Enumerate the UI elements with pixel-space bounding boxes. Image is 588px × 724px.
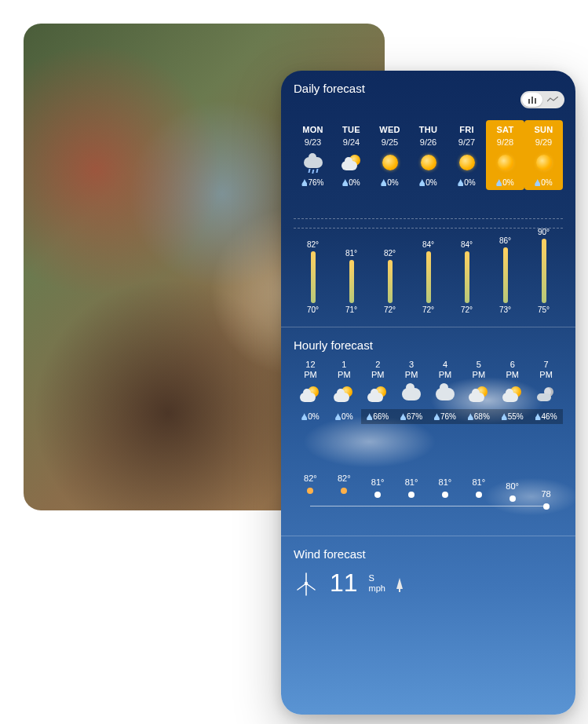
temp-bar-column: 81°71°: [332, 204, 371, 314]
sun-icon: [498, 155, 513, 170]
day-low-temp: 71°: [345, 305, 357, 314]
day-condition-icon-slot: [447, 152, 486, 174]
temp-range-bar: [465, 251, 469, 303]
day-column[interactable]: SAT9/280%: [486, 120, 524, 190]
hour-label: 12PM: [294, 360, 327, 379]
day-date: 9/25: [371, 137, 409, 147]
hour-label: 2PM: [361, 360, 395, 379]
day-column[interactable]: THU9/260%: [409, 120, 447, 190]
night-partly-icon: [537, 387, 556, 401]
hour-condition-icon-slot: [294, 384, 327, 404]
sun-icon: [459, 155, 475, 170]
drop-icon: [434, 413, 440, 420]
sun-icon: [421, 155, 436, 170]
hour-temp-dot: [543, 503, 550, 510]
day-column[interactable]: WED9/250%: [371, 120, 409, 190]
hour-column[interactable]: 2PM: [361, 360, 395, 404]
cloudy-icon: [436, 388, 455, 400]
temp-bar-column: 90°75°: [524, 204, 563, 314]
day-condition-icon-slot: [332, 152, 371, 174]
day-of-week: SUN: [524, 125, 563, 134]
temp-range-bar: [311, 251, 316, 303]
hour-temp-dot: [408, 492, 415, 498]
wind-turbine-icon: [294, 571, 319, 596]
hour-temp-dot: [476, 492, 482, 498]
hour-temp-value: 82°: [338, 474, 351, 483]
day-date: 9/28: [486, 137, 524, 147]
temp-range-bar: [542, 239, 546, 304]
daily-view-toggle[interactable]: [520, 91, 564, 108]
day-column[interactable]: MON9/2376%: [294, 120, 332, 190]
day-condition-icon-slot: [524, 152, 563, 174]
drop-icon: [367, 413, 372, 420]
day-column[interactable]: SUN9/290%: [524, 120, 563, 190]
hour-temp-value: 81°: [371, 477, 385, 487]
day-low-temp: 73°: [499, 305, 511, 314]
drop-icon: [496, 179, 502, 186]
hourly-forecast-title: Hourly forecast: [294, 338, 563, 352]
temp-bar-column: 84°72°: [447, 204, 486, 314]
hour-temp-column: 81°: [395, 437, 429, 523]
hour-column[interactable]: 4PM: [429, 360, 462, 404]
day-precip: 0%: [409, 178, 447, 187]
hour-condition-icon-slot: [495, 384, 529, 404]
day-precip: 0%: [371, 178, 409, 187]
day-precip: 76%: [294, 178, 332, 187]
daily-columns: MON9/2376%TUE9/240%WED9/250%THU9/260%FRI…: [294, 120, 563, 190]
drop-icon: [301, 413, 307, 420]
temp-range-bar: [388, 260, 393, 303]
drop-icon: [458, 179, 463, 186]
temp-bar-column: 84°72°: [409, 204, 447, 314]
partly-icon: [334, 386, 354, 402]
hour-temp-value: 78: [541, 489, 550, 499]
wind-unit: mph: [369, 583, 385, 594]
day-date: 9/23: [294, 137, 332, 147]
hour-column[interactable]: 1PM: [327, 360, 361, 404]
day-high-temp: 84°: [422, 240, 434, 249]
hour-column[interactable]: 7PM: [529, 360, 563, 404]
hour-label: 3PM: [395, 360, 429, 379]
wind-forecast-title: Wind forecast: [294, 547, 563, 561]
day-condition-icon-slot: [486, 152, 524, 174]
wind-direction-arrow-icon: [396, 578, 403, 589]
hour-condition-icon-slot: [429, 384, 462, 404]
hour-condition-icon-slot: [529, 384, 563, 404]
hour-precip: 66%: [361, 409, 395, 424]
wind-direction: S: [369, 573, 385, 583]
hour-temp-value: 81°: [405, 477, 418, 487]
hour-label: 7PM: [529, 360, 563, 379]
partly-icon: [469, 386, 489, 402]
hour-condition-icon-slot: [361, 384, 395, 404]
day-column[interactable]: TUE9/240%: [332, 120, 371, 190]
hour-column[interactable]: 12PM: [294, 360, 327, 404]
hour-temp-value: 80°: [506, 481, 519, 491]
drop-icon: [535, 413, 541, 420]
day-low-temp: 72°: [461, 305, 473, 314]
wind-forecast-section: Wind forecast 11 S mph: [281, 536, 575, 610]
drop-icon: [335, 413, 341, 420]
hour-precip: 68%: [462, 409, 495, 424]
drop-icon: [502, 413, 507, 420]
hourly-columns: 12PM1PM2PM3PM4PM5PM6PM7PM: [294, 360, 563, 404]
hour-column[interactable]: 6PM: [495, 360, 529, 404]
drop-icon: [381, 179, 386, 186]
day-precip: 0%: [332, 178, 371, 187]
hourly-precip-row: 0%0%66%67%76%68%55%46%: [294, 409, 563, 424]
drop-icon: [400, 413, 406, 420]
day-of-week: SAT: [486, 125, 524, 134]
hour-label: 1PM: [327, 360, 361, 379]
day-precip: 0%: [486, 178, 524, 187]
hour-temp-column: 81°: [429, 437, 462, 523]
hour-temp-dot: [442, 492, 448, 498]
day-precip: 0%: [524, 178, 563, 187]
svg-rect-1: [531, 97, 533, 104]
daily-forecast-section: Daily forecast MON9/2376%TUE9/240%WED9/2…: [281, 71, 575, 327]
hour-column[interactable]: 3PM: [395, 360, 429, 404]
day-condition-icon-slot: [294, 152, 332, 174]
hour-column[interactable]: 5PM: [462, 360, 495, 404]
day-precip: 0%: [447, 178, 486, 187]
wind-unit-block: S mph: [369, 573, 385, 593]
hour-temp-column: 80°: [495, 437, 529, 523]
day-low-temp: 70°: [307, 305, 319, 314]
day-column[interactable]: FRI9/270%: [447, 120, 486, 190]
